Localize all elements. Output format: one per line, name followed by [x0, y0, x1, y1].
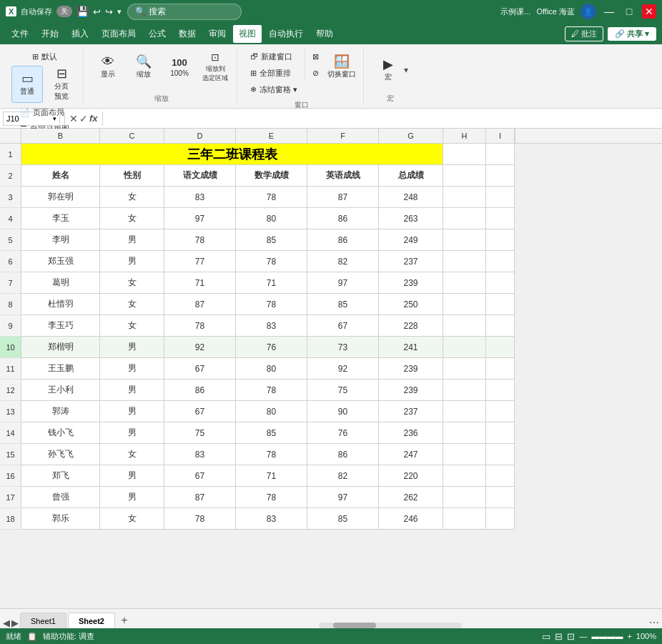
cell-h4[interactable]: [443, 208, 486, 229]
cell-h3[interactable]: [443, 187, 486, 208]
cell-g14[interactable]: 236: [379, 422, 443, 444]
menu-autoexec[interactable]: 自动执行: [263, 25, 309, 43]
sheet-tab-2[interactable]: Sheet2: [68, 613, 115, 628]
cell-g11[interactable]: 239: [379, 358, 443, 380]
cell-f14[interactable]: 76: [307, 422, 379, 444]
cell-c16[interactable]: 男: [100, 465, 164, 487]
autosave-toggle[interactable]: 关: [56, 6, 72, 17]
menu-formula[interactable]: 公式: [143, 25, 172, 43]
cell-e17[interactable]: 78: [236, 487, 307, 508]
cell-c14[interactable]: 男: [100, 422, 164, 444]
ribbon-btn-zoom[interactable]: 🔍 缩放: [128, 49, 159, 86]
cell-d2[interactable]: 语文成绩: [164, 165, 236, 187]
cell-i2[interactable]: [486, 165, 515, 187]
cell-i7[interactable]: [486, 272, 515, 294]
cell-b9[interactable]: 李玉巧: [21, 315, 100, 337]
cell-d4[interactable]: 97: [164, 208, 236, 229]
cell-f16[interactable]: 82: [307, 465, 379, 487]
cell-i12[interactable]: [486, 380, 515, 401]
cell-h9[interactable]: [443, 315, 486, 337]
cell-i17[interactable]: [486, 487, 515, 508]
cell-h14[interactable]: [443, 422, 486, 444]
cell-i10[interactable]: [486, 337, 515, 358]
cell-f15[interactable]: 86: [307, 444, 379, 465]
cell-g6[interactable]: 237: [379, 251, 443, 272]
cell-b17[interactable]: 曾强: [21, 487, 100, 508]
ribbon-btn-macro[interactable]: ▶ 宏: [372, 51, 404, 89]
cell-b2[interactable]: 姓名: [21, 165, 100, 187]
cell-e8[interactable]: 78: [236, 294, 307, 315]
cell-b6[interactable]: 郑玉强: [21, 251, 100, 272]
cell-h11[interactable]: [443, 358, 486, 380]
ribbon-btn-default[interactable]: ⊞ 默认: [28, 49, 61, 64]
cell-f6[interactable]: 82: [307, 251, 379, 272]
menu-data[interactable]: 数据: [173, 25, 202, 43]
cell-e10[interactable]: 76: [236, 337, 307, 358]
cell-c9[interactable]: 女: [100, 315, 164, 337]
cell-g8[interactable]: 250: [379, 294, 443, 315]
cell-i16[interactable]: [486, 465, 515, 487]
horizontal-scroll-track[interactable]: [319, 623, 462, 628]
col-header-b[interactable]: B: [21, 129, 100, 143]
view-normal-icon[interactable]: ▭: [542, 631, 550, 642]
save-icon[interactable]: 💾: [76, 6, 89, 17]
cell-d13[interactable]: 67: [164, 401, 236, 422]
cell-h6[interactable]: [443, 251, 486, 272]
cell-g3[interactable]: 248: [379, 187, 443, 208]
cell-ref-dropdown-icon[interactable]: ▾: [53, 115, 56, 122]
ribbon-btn-zoom-selection[interactable]: ⊡ 缩放到选定区域: [199, 49, 231, 86]
cell-f17[interactable]: 97: [307, 487, 379, 508]
cell-g4[interactable]: 263: [379, 208, 443, 229]
cell-e4[interactable]: 80: [236, 208, 307, 229]
ribbon-btn-new-window[interactable]: 🗗 新建窗口: [246, 49, 302, 64]
cell-reference-box[interactable]: J10 ▾: [3, 112, 60, 126]
cell-d18[interactable]: 78: [164, 508, 236, 530]
cell-d16[interactable]: 67: [164, 465, 236, 487]
sheet-dots-left[interactable]: ⋯: [649, 617, 659, 628]
cell-b1[interactable]: 三年二班课程表: [21, 144, 443, 165]
cell-c3[interactable]: 女: [100, 187, 164, 208]
cell-d11[interactable]: 67: [164, 358, 236, 380]
cell-b11[interactable]: 王玉鹏: [21, 358, 100, 380]
zoom-increase-icon[interactable]: +: [627, 632, 631, 640]
zoom-decrease-icon[interactable]: —: [579, 632, 587, 640]
cell-i13[interactable]: [486, 401, 515, 422]
cell-i6[interactable]: [486, 251, 515, 272]
cell-e6[interactable]: 78: [236, 251, 307, 272]
accessibility-label[interactable]: 辅助功能: 调查: [43, 631, 94, 642]
cell-i1[interactable]: [486, 144, 515, 165]
cell-c10[interactable]: 男: [100, 337, 164, 358]
cell-e9[interactable]: 83: [236, 315, 307, 337]
cell-b14[interactable]: 钱小飞: [21, 422, 100, 444]
ribbon-btn-page-break[interactable]: ⊟ 分页预览: [46, 66, 77, 103]
cell-f5[interactable]: 86: [307, 229, 379, 251]
cell-e7[interactable]: 71: [236, 272, 307, 294]
col-header-c[interactable]: C: [100, 129, 164, 143]
cell-f9[interactable]: 67: [307, 315, 379, 337]
col-header-d[interactable]: D: [164, 129, 236, 143]
cell-d5[interactable]: 78: [164, 229, 236, 251]
ribbon-btn-normal[interactable]: ▭ 普通: [11, 66, 43, 103]
col-header-i[interactable]: I: [486, 129, 515, 143]
cell-b15[interactable]: 孙飞飞: [21, 444, 100, 465]
cell-h15[interactable]: [443, 444, 486, 465]
cell-b5[interactable]: 李明: [21, 229, 100, 251]
cell-b3[interactable]: 郭在明: [21, 187, 100, 208]
cell-d8[interactable]: 87: [164, 294, 236, 315]
ribbon-btn-show[interactable]: 👁 显示: [92, 49, 124, 86]
user-avatar[interactable]: 👤: [581, 4, 596, 19]
cell-c13[interactable]: 男: [100, 401, 164, 422]
cell-c15[interactable]: 女: [100, 444, 164, 465]
cell-b13[interactable]: 郭涛: [21, 401, 100, 422]
cell-g9[interactable]: 228: [379, 315, 443, 337]
cell-f12[interactable]: 75: [307, 380, 379, 401]
cell-g2[interactable]: 总成绩: [379, 165, 443, 187]
cell-e3[interactable]: 78: [236, 187, 307, 208]
formula-input[interactable]: [107, 114, 659, 124]
grid-container[interactable]: 1 三年二班课程表 2 姓名 性别 语文成绩 数学成绩 英语成线 总成绩 3 郭…: [0, 144, 662, 608]
view-page-layout-icon[interactable]: ⊡: [567, 631, 575, 642]
cell-i4[interactable]: [486, 208, 515, 229]
cell-c6[interactable]: 男: [100, 251, 164, 272]
comment-button[interactable]: 🖊 批注: [565, 26, 603, 41]
cell-c5[interactable]: 男: [100, 229, 164, 251]
